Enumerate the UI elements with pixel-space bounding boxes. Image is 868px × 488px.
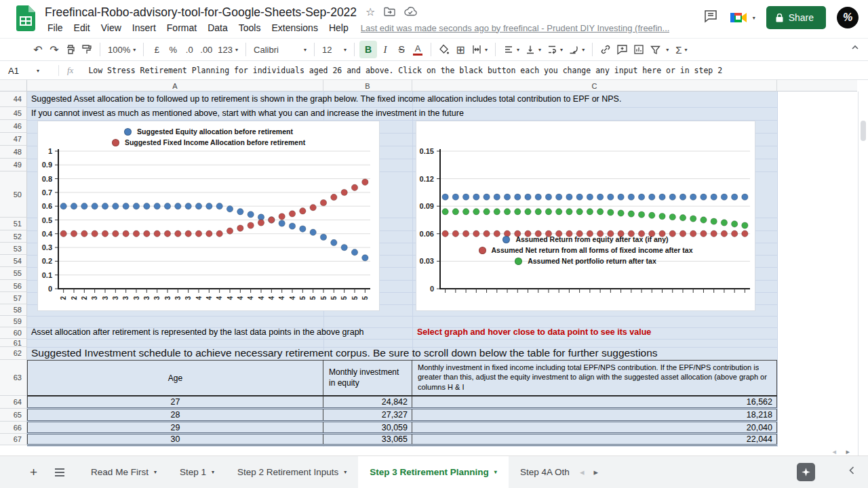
column-header-A[interactable]: A [27, 80, 323, 92]
row-header-48[interactable]: 48 [0, 146, 27, 159]
sheet-tab-step-4a-oth[interactable]: Step 4A Oth [509, 456, 574, 488]
table-cell[interactable]: 18,218 [412, 409, 777, 420]
menu-view[interactable]: View [96, 22, 127, 34]
tab-menu-icon[interactable]: ▾ [154, 469, 157, 475]
table-header-cell[interactable]: Age [27, 361, 323, 395]
comment-history-icon[interactable] [704, 9, 719, 26]
table-cell[interactable]: 30,059 [323, 422, 412, 432]
text-rotation-button[interactable]: ▾ [566, 41, 587, 58]
table-cell[interactable]: 22,044 [412, 434, 777, 444]
row-header-59[interactable]: 59 [0, 316, 27, 327]
row-header-44[interactable]: 44 [0, 92, 27, 107]
scroll-left-icon[interactable]: ◂ [832, 447, 836, 455]
meet-dropdown-icon[interactable]: ▾ [753, 15, 755, 21]
table-cell[interactable]: 16,562 [412, 396, 777, 407]
column-header-B[interactable]: B [323, 80, 412, 92]
cell-a44-text[interactable]: Suggested Asset allocation be to followe… [31, 92, 621, 107]
cell-a45-text[interactable]: If you cannot invest as much as mentione… [31, 107, 464, 120]
insert-chart-button[interactable] [631, 41, 647, 58]
menu-insert[interactable]: Insert [127, 22, 161, 34]
row-header-65[interactable]: 65 [0, 409, 27, 422]
meet-video-icon[interactable]: ▾ [730, 11, 755, 24]
show-side-panel-icon[interactable] [848, 465, 856, 479]
row-header-57[interactable]: 57 [0, 292, 27, 304]
table-cell[interactable]: 27,327 [323, 409, 412, 420]
row-header-45[interactable]: 45 [0, 107, 27, 120]
undo-button[interactable]: ↶ [30, 41, 46, 58]
text-color-button[interactable]: A [410, 41, 426, 58]
menu-data[interactable]: Data [202, 22, 233, 34]
document-title[interactable]: Freefincal-Robo-advisory-tool-for-Google… [45, 5, 357, 20]
fill-color-button[interactable] [436, 41, 452, 58]
row-header-47[interactable]: 47 [0, 133, 27, 146]
insert-comment-button[interactable] [614, 41, 631, 58]
row-header-58[interactable]: 58 [0, 304, 27, 316]
cell-a60-text[interactable]: Asset allocation after retirement is rep… [31, 326, 364, 339]
paint-format-button[interactable] [79, 41, 95, 58]
vertical-scrollbar-thumb[interactable] [861, 121, 866, 141]
menu-tools[interactable]: Tools [233, 22, 267, 34]
all-sheets-menu-icon[interactable] [55, 468, 64, 476]
tab-menu-icon[interactable]: ▾ [344, 469, 347, 475]
vertical-align-button[interactable]: ▾ [522, 41, 544, 58]
zoom-select[interactable]: 100%▾ [105, 41, 138, 58]
asset-allocation-chart[interactable]: Suggested Equity allocation before retir… [37, 121, 380, 311]
cell-c60-note[interactable]: Select graph and hover close to data poi… [417, 326, 651, 339]
sheets-logo-icon[interactable] [16, 5, 35, 34]
row-header-56[interactable]: 56 [0, 280, 27, 292]
sheet-tab-step-3-retirement-planning[interactable]: Step 3 Retirement Planning▾ [358, 456, 509, 488]
explore-button[interactable] [797, 463, 815, 481]
row-header-55[interactable]: 55 [0, 267, 27, 280]
tab-menu-icon[interactable]: ▾ [212, 469, 214, 475]
last-edit-link[interactable]: Last edit was made seconds ago by freefi… [361, 23, 670, 33]
table-cell[interactable]: 28 [27, 409, 323, 420]
row-header-60[interactable]: 60 [0, 327, 27, 339]
font-select[interactable]: Calibri▾ [251, 41, 309, 58]
row-header-53[interactable]: 53 [0, 243, 27, 255]
cloud-saved-icon[interactable] [404, 7, 417, 18]
table-cell[interactable]: 24,842 [323, 396, 412, 407]
row-header-52[interactable]: 52 [0, 230, 27, 243]
more-formats-button[interactable]: 123▾ [215, 41, 241, 58]
format-currency-button[interactable]: £ [149, 41, 165, 58]
print-button[interactable] [62, 41, 79, 58]
column-header-C[interactable]: C [412, 80, 777, 92]
row-header-66[interactable]: 66 [0, 422, 27, 434]
move-to-folder-icon[interactable] [384, 7, 395, 18]
menu-format[interactable]: Format [161, 22, 202, 34]
menu-extensions[interactable]: Extensions [266, 22, 323, 34]
row-header-67[interactable]: 67 [0, 434, 27, 445]
tabs-scroll-left-icon[interactable]: ◂ [580, 467, 585, 477]
insert-link-button[interactable] [597, 41, 614, 58]
merge-cells-button[interactable]: ▾ [469, 41, 490, 58]
row-header-64[interactable]: 64 [0, 396, 27, 409]
row-header-54[interactable]: 54 [0, 255, 27, 267]
strikethrough-button[interactable]: S [393, 41, 410, 58]
share-button[interactable]: Share [766, 6, 826, 29]
menu-file[interactable]: File [42, 22, 68, 34]
menu-edit[interactable]: Edit [68, 22, 96, 34]
row-header-51[interactable]: 51 [0, 218, 27, 230]
table-header-cell[interactable]: Monthly investment in equity [323, 361, 412, 395]
collapse-toolbar-icon[interactable] [850, 42, 860, 54]
formula-input[interactable]: Low Stress Retirement Planning for indiv… [83, 66, 722, 75]
sheet-tab-read-me-first[interactable]: Read Me First▾ [79, 456, 168, 488]
row-header-62[interactable]: 62 [0, 347, 27, 360]
table-cell[interactable]: 30 [27, 434, 323, 444]
add-sheet-button[interactable]: + [30, 465, 37, 480]
decrease-decimal-button[interactable]: .0 [181, 41, 197, 58]
filter-button[interactable] [647, 41, 663, 58]
row-header-63[interactable]: 63 [0, 360, 27, 396]
table-cell[interactable]: 27 [27, 396, 323, 407]
sheet-tab-step-1[interactable]: Step 1▾ [168, 456, 226, 488]
table-cell[interactable]: 20,040 [412, 422, 777, 432]
table-header-cell[interactable]: Monthly investment in fixed income inclu… [412, 361, 777, 395]
select-all-corner[interactable] [0, 80, 27, 92]
increase-decimal-button[interactable]: .00 [197, 41, 215, 58]
redo-button[interactable]: ↷ [46, 41, 62, 58]
row-header-49[interactable]: 49 [0, 159, 27, 171]
text-wrap-button[interactable]: ▾ [544, 41, 566, 58]
bold-button[interactable]: B [359, 41, 377, 58]
table-cell[interactable]: 29 [27, 422, 323, 432]
cell-a62-text[interactable]: Suggested Investment schedule to achieve… [31, 346, 658, 360]
